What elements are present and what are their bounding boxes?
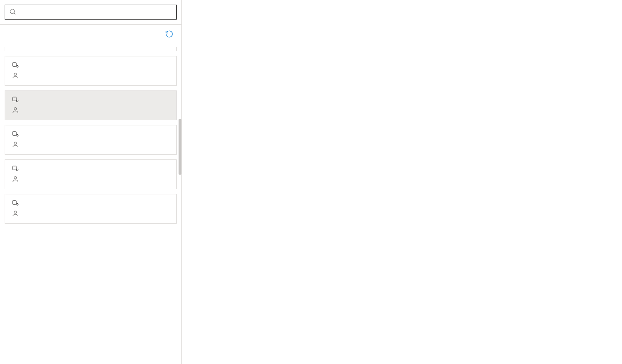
asset-card[interactable]: [5, 159, 177, 189]
asset-author-row: [12, 210, 170, 219]
svg-point-9: [14, 142, 16, 144]
svg-rect-4: [13, 97, 16, 101]
asset-card[interactable]: [5, 47, 177, 51]
search-box[interactable]: [5, 5, 177, 20]
asset-card[interactable]: [5, 90, 177, 120]
sidebar: [0, 0, 182, 364]
person-icon: [12, 72, 19, 81]
module-icon: [12, 130, 19, 139]
svg-point-12: [14, 177, 16, 179]
scrollbar-thumb[interactable]: [179, 119, 181, 175]
search-input[interactable]: [20, 8, 173, 16]
asset-card[interactable]: [5, 194, 177, 224]
module-icon: [12, 165, 19, 173]
svg-rect-10: [13, 166, 16, 170]
svg-point-5: [16, 100, 18, 102]
svg-point-15: [14, 211, 16, 213]
asset-author-row: [12, 141, 170, 150]
asset-author-row: [12, 72, 170, 81]
svg-rect-1: [13, 62, 16, 66]
person-icon: [12, 175, 19, 184]
person-icon: [12, 210, 19, 219]
svg-rect-13: [13, 200, 16, 204]
person-icon: [12, 141, 19, 150]
module-icon: [12, 96, 19, 104]
refresh-button[interactable]: [163, 27, 176, 41]
svg-point-11: [16, 169, 18, 171]
asset-title-row: [12, 61, 170, 70]
asset-card[interactable]: [5, 125, 177, 155]
module-icon: [12, 61, 19, 70]
asset-list[interactable]: [0, 46, 181, 364]
svg-point-14: [16, 203, 18, 205]
asset-title-row: [12, 96, 170, 104]
svg-point-6: [14, 108, 16, 110]
asset-author-row: [12, 106, 170, 115]
asset-title-row: [12, 130, 170, 139]
svg-point-3: [14, 73, 16, 76]
asset-title-row: [12, 165, 170, 173]
search-icon: [9, 8, 16, 17]
person-icon: [12, 106, 19, 115]
svg-point-0: [10, 9, 14, 13]
svg-point-2: [16, 65, 18, 67]
asset-card[interactable]: [5, 56, 177, 86]
assets-count-row: [0, 25, 181, 46]
asset-title-row: [12, 199, 170, 208]
svg-point-8: [16, 134, 18, 136]
module-icon: [12, 199, 19, 208]
asset-author-row: [12, 175, 170, 184]
svg-rect-7: [13, 131, 16, 135]
